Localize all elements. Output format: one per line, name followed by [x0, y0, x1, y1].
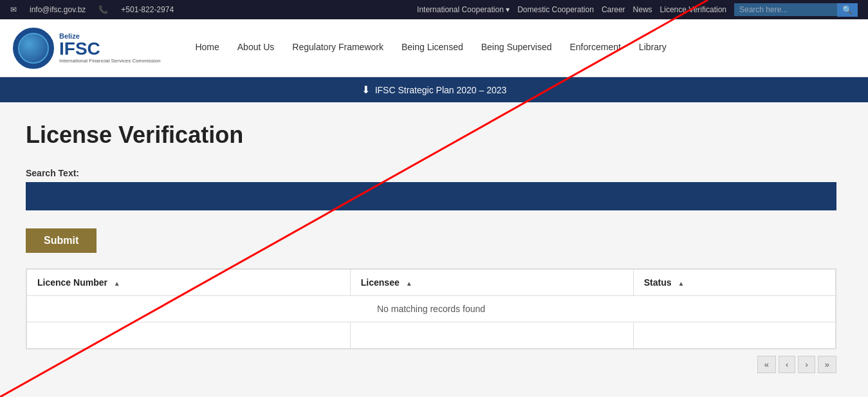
topnav-career[interactable]: Career [602, 5, 625, 14]
content-area: License Verification Search Text: Submit… [0, 102, 868, 397]
top-bar-contact: ✉ info@ifsc.gov.bz 📞 +501-822-2974 [10, 5, 174, 14]
page-title: License Verification [26, 122, 842, 149]
page-first-button[interactable]: « [757, 356, 776, 373]
nav-enforcement[interactable]: Enforcement [560, 19, 629, 77]
topnav-licence-verification[interactable]: Licence Verification [660, 5, 726, 14]
pagination: « ‹ › » [26, 349, 836, 380]
top-bar-right: International Cooperation ▾ Domestic Coo… [417, 3, 858, 17]
submit-button[interactable]: Submit [26, 228, 97, 253]
logo-ifsc: IFSC [59, 40, 160, 58]
top-search-input[interactable] [734, 3, 837, 16]
table-header-row: Licence Number ▲ Licensee ▲ Status ▲ [27, 270, 836, 296]
logo[interactable]: Belize IFSC International Financial Serv… [13, 28, 160, 69]
col-header-licence[interactable]: Licence Number ▲ [27, 270, 351, 296]
nav-home[interactable]: Home [186, 19, 228, 77]
email-icon: ✉ [10, 5, 17, 14]
table-empty-row: No matching records found [27, 296, 836, 322]
phone-icon: 📞 [98, 5, 108, 14]
nav-being-licensed[interactable]: Being Licensed [392, 19, 472, 77]
col-licence-sort: ▲ [114, 280, 120, 287]
nav-library[interactable]: Library [630, 19, 676, 77]
download-icon: ⬇ [362, 84, 370, 96]
page-prev-button[interactable]: ‹ [779, 356, 795, 373]
top-bar-nav: International Cooperation ▾ Domestic Coo… [417, 5, 726, 14]
logo-text: Belize IFSC International Financial Serv… [59, 32, 160, 64]
page-last-button[interactable]: » [818, 356, 836, 373]
results-table-wrap: Licence Number ▲ Licensee ▲ Status ▲ No … [26, 268, 836, 349]
topnav-international[interactable]: International Cooperation ▾ [417, 5, 510, 14]
spacer-cell-1 [27, 322, 351, 349]
col-licensee-sort: ▲ [406, 280, 412, 287]
logo-sub: International Financial Services Commiss… [59, 58, 160, 64]
nav-regulatory[interactable]: Regulatory Framework [283, 19, 392, 77]
top-search-button[interactable]: 🔍 [837, 3, 858, 17]
empty-message: No matching records found [27, 296, 836, 322]
col-status-label: Status [644, 277, 672, 288]
topnav-news[interactable]: News [633, 5, 652, 14]
spacer-cell-3 [633, 322, 835, 349]
logo-globe [18, 33, 49, 64]
search-text-input[interactable] [26, 182, 836, 210]
col-licensee-label: Licensee [361, 277, 400, 288]
nav-being-supervised[interactable]: Being Supervised [472, 19, 561, 77]
table-spacer-row [27, 322, 836, 349]
nav-about[interactable]: About Us [228, 19, 284, 77]
phone-link[interactable]: +501-822-2974 [121, 5, 174, 14]
col-header-licensee[interactable]: Licensee ▲ [350, 270, 633, 296]
banner-text: IFSC Strategic Plan 2020 – 2023 [375, 85, 507, 95]
logo-circle [13, 28, 54, 69]
banner[interactable]: ⬇ IFSC Strategic Plan 2020 – 2023 [0, 77, 868, 102]
page-next-button[interactable]: › [798, 356, 815, 373]
email-link[interactable]: info@ifsc.gov.bz [30, 5, 86, 14]
col-header-status[interactable]: Status ▲ [633, 270, 835, 296]
search-text-label: Search Text: [26, 168, 842, 178]
top-search-wrap: 🔍 [734, 3, 858, 17]
col-status-sort: ▲ [678, 280, 684, 287]
results-table: Licence Number ▲ Licensee ▲ Status ▲ No … [26, 269, 836, 349]
main-nav: Belize IFSC International Financial Serv… [0, 19, 868, 77]
nav-links: Home About Us Regulatory Framework Being… [186, 19, 675, 77]
topnav-domestic[interactable]: Domestic Cooperation [517, 5, 594, 14]
top-bar: ✉ info@ifsc.gov.bz 📞 +501-822-2974 Inter… [0, 0, 868, 19]
spacer-cell-2 [350, 322, 633, 349]
col-licence-label: Licence Number [37, 277, 107, 288]
